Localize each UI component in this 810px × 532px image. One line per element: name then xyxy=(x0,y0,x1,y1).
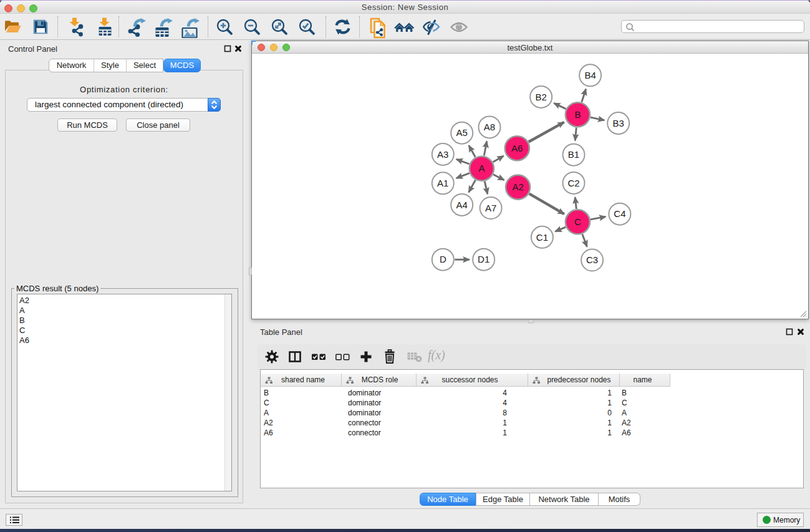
svg-text:D: D xyxy=(440,254,446,264)
svg-text:D1: D1 xyxy=(478,254,489,264)
svg-text:A6: A6 xyxy=(511,143,523,153)
svg-text:B: B xyxy=(574,109,581,120)
svg-text:A5: A5 xyxy=(456,127,468,138)
svg-text:C1: C1 xyxy=(536,232,548,243)
svg-text:B2: B2 xyxy=(536,92,547,102)
svg-text:A4: A4 xyxy=(456,200,468,210)
svg-text:A7: A7 xyxy=(485,203,496,213)
svg-text:B4: B4 xyxy=(584,70,595,80)
svg-text:A1: A1 xyxy=(437,178,448,188)
svg-text:A3: A3 xyxy=(437,149,448,160)
svg-text:C4: C4 xyxy=(614,208,625,219)
svg-text:C2: C2 xyxy=(567,178,579,188)
svg-text:A8: A8 xyxy=(484,122,495,132)
svg-text:A2: A2 xyxy=(512,181,523,192)
svg-text:C: C xyxy=(574,216,581,227)
svg-text:C3: C3 xyxy=(586,254,598,265)
svg-text:B3: B3 xyxy=(613,118,624,128)
svg-text:A: A xyxy=(478,163,485,173)
svg-text:B1: B1 xyxy=(568,149,579,160)
